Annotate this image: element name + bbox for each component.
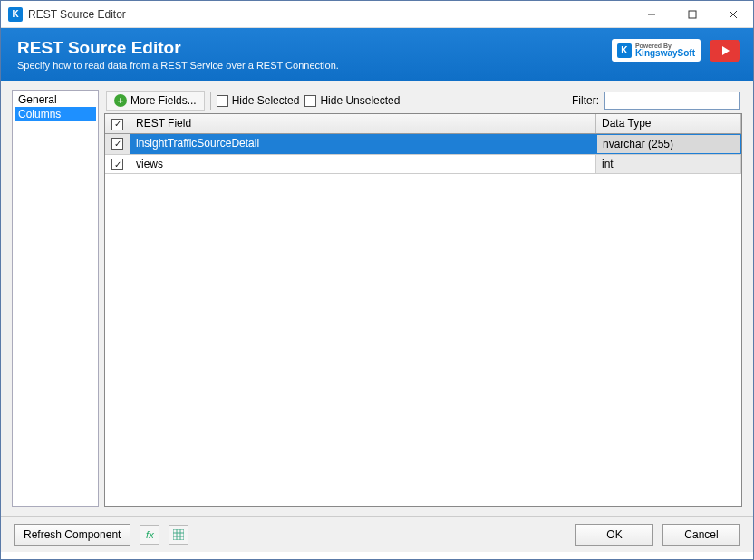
more-fields-button[interactable]: + More Fields... bbox=[106, 91, 205, 111]
brand-logo-icon: K bbox=[617, 43, 632, 58]
sidebar: General Columns bbox=[12, 90, 99, 507]
brand-badge[interactable]: K Powered By KingswaySoft bbox=[612, 39, 701, 62]
columns-grid: REST Field Data Type insightTrafficSourc… bbox=[104, 113, 742, 507]
minimize-button[interactable] bbox=[631, 1, 672, 27]
row-type[interactable]: nvarchar (255) bbox=[596, 134, 741, 154]
refresh-component-button[interactable]: Refresh Component bbox=[14, 524, 130, 546]
header-type[interactable]: Data Type bbox=[596, 114, 741, 133]
window-title: REST Source Editor bbox=[28, 8, 631, 21]
sidebar-item-general[interactable]: General bbox=[14, 92, 96, 107]
checkbox-icon bbox=[304, 95, 316, 107]
titlebar: K REST Source Editor bbox=[1, 1, 753, 28]
row-field: insightTrafficSourceDetail bbox=[130, 134, 596, 154]
more-fields-label: More Fields... bbox=[130, 94, 197, 107]
brand-name: KingswaySoft bbox=[635, 49, 695, 58]
plus-icon: + bbox=[114, 94, 127, 107]
header-checkbox-cell[interactable] bbox=[105, 114, 130, 133]
checkbox-icon bbox=[217, 95, 228, 107]
hide-unselected-label: Hide Unselected bbox=[320, 94, 400, 107]
filter-input[interactable] bbox=[604, 92, 740, 110]
table-row[interactable]: views int bbox=[105, 155, 741, 175]
checkbox-checked-icon bbox=[111, 119, 123, 130]
content-area: General Columns + More Fields... Hide Se… bbox=[1, 81, 753, 516]
row-checkbox[interactable] bbox=[105, 134, 130, 154]
sidebar-item-columns[interactable]: Columns bbox=[14, 107, 96, 121]
row-type[interactable]: int bbox=[596, 155, 741, 174]
header-title: REST Source Editor bbox=[17, 38, 339, 58]
header-field[interactable]: REST Field bbox=[130, 114, 596, 133]
footer: Refresh Component fx OK Cancel bbox=[1, 516, 753, 552]
table-row[interactable]: insightTrafficSourceDetail nvarchar (255… bbox=[105, 134, 741, 155]
hide-selected-checkbox[interactable]: Hide Selected bbox=[217, 94, 300, 107]
row-checkbox[interactable] bbox=[105, 155, 130, 174]
window-controls bbox=[631, 1, 753, 27]
row-field: views bbox=[130, 155, 596, 174]
fx-icon: fx bbox=[146, 529, 154, 540]
header-subtitle: Specify how to read data from a REST Ser… bbox=[17, 60, 339, 71]
expression-editor-button[interactable]: fx bbox=[140, 525, 160, 545]
svg-rect-1 bbox=[689, 11, 696, 18]
cancel-button[interactable]: Cancel bbox=[662, 524, 740, 546]
checkbox-checked-icon bbox=[111, 138, 123, 150]
column-map-button[interactable] bbox=[169, 525, 188, 545]
separator bbox=[210, 92, 211, 110]
hide-selected-label: Hide Selected bbox=[232, 94, 300, 107]
close-button[interactable] bbox=[712, 1, 753, 27]
maximize-button[interactable] bbox=[672, 1, 712, 27]
filter-label: Filter: bbox=[572, 94, 599, 107]
columns-toolbar: + More Fields... Hide Selected Hide Unse… bbox=[104, 90, 742, 111]
svg-rect-4 bbox=[173, 529, 184, 540]
hide-unselected-checkbox[interactable]: Hide Unselected bbox=[304, 94, 400, 107]
main-panel: + More Fields... Hide Selected Hide Unse… bbox=[104, 90, 742, 507]
header-band: REST Source Editor Specify how to read d… bbox=[1, 28, 753, 81]
youtube-icon[interactable] bbox=[710, 40, 740, 62]
app-icon: K bbox=[8, 7, 23, 22]
grid-header: REST Field Data Type bbox=[105, 114, 741, 134]
grid-icon bbox=[173, 529, 184, 540]
checkbox-checked-icon bbox=[111, 159, 123, 170]
ok-button[interactable]: OK bbox=[575, 524, 653, 546]
